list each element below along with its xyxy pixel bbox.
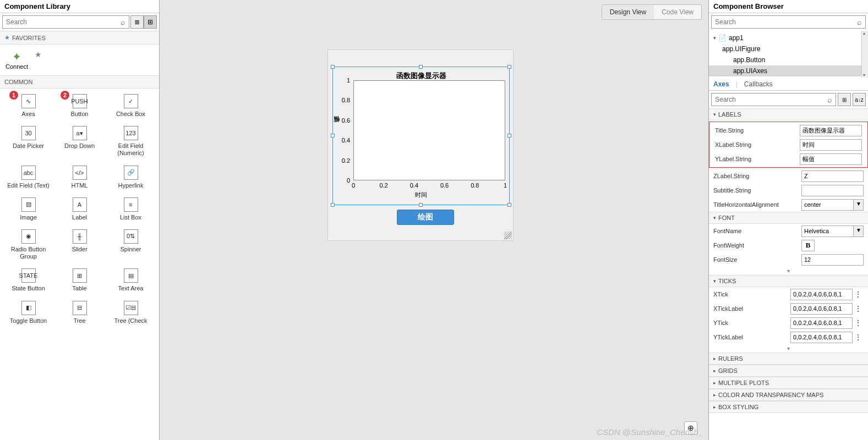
draw-button[interactable]: 绘图 [397,210,454,225]
more-icon[interactable]: ⋮ [853,290,864,299]
tree-node-app[interactable]: ▾📄app1 [709,32,868,43]
component-drop-down[interactable]: a▾Drop Down [54,126,105,157]
resize-handle[interactable] [507,134,511,138]
prop-zlabel-string[interactable] [801,170,864,182]
resize-handle[interactable] [419,203,423,207]
resize-handle[interactable] [419,65,423,69]
figure-resize-grip[interactable] [504,232,512,239]
component-label: List Box [120,214,141,221]
tab-callbacks[interactable]: Callbacks [744,80,773,90]
component-browser-panel: Component Browser ⌕ ▾📄app1 app.UIFigure … [708,0,868,440]
inspector-search[interactable]: ⌕ [711,93,836,106]
expand-more-icon[interactable]: ▾ [709,267,868,275]
inspector-search-input[interactable] [712,94,823,106]
prop-subtitle-string[interactable] [801,185,864,196]
search-icon[interactable]: ⌕ [823,94,836,106]
section-grids[interactable]: ▸GRIDS [709,365,868,377]
tab-code-view[interactable]: Code View [654,5,701,19]
component-icon: A [73,197,87,212]
component-hyperlink[interactable]: 🔗Hyperlink [105,166,156,189]
component-label: Drop Down [64,142,95,150]
dropdown-icon[interactable]: ▾ [854,226,864,237]
component-date-picker[interactable]: 30Date Picker [3,126,54,157]
component-label: Spinner [121,246,141,253]
search-icon[interactable]: ⌕ [853,16,865,28]
expand-more-icon[interactable]: ▾ [709,344,868,353]
prop-ytick[interactable] [790,317,853,329]
browser-search-input[interactable] [712,16,853,28]
prop-fontname[interactable] [801,226,854,237]
more-icon[interactable]: ⋮ [853,318,864,327]
favorite-connect[interactable]: ✦ Connect [6,50,28,70]
component-image[interactable]: ▧Image [3,197,54,221]
favorite-star-icon[interactable]: ★ [35,50,42,59]
component-button[interactable]: 2PUSHButton [54,94,105,118]
prop-title-string[interactable] [800,125,862,136]
component-icon: ⊞ [73,268,87,283]
component-icon: ⊟ [73,301,87,315]
resize-handle[interactable] [331,203,335,207]
section-box-styling[interactable]: ▸BOX STYLING [709,401,868,413]
section-multiple-plots[interactable]: ▸MULTIPLE PLOTS [709,377,868,389]
resize-handle[interactable] [331,65,335,69]
section-labels[interactable]: ▾LABELS [709,108,868,120]
tab-axes[interactable]: Axes [713,80,729,90]
component-list-box[interactable]: ≡List Box [105,197,156,221]
section-ticks[interactable]: ▾TICKS [709,275,868,287]
category-view-icon[interactable]: ⊞ [838,93,851,106]
component-label: Table [72,285,86,292]
prop-xtick[interactable] [790,289,853,300]
component-icon: ∿ [21,94,36,108]
component-icon: STATE [21,268,36,283]
component-label: Tree [73,317,85,324]
ytick-label: 0 [347,177,350,184]
dropdown-icon[interactable]: ▾ [854,199,864,211]
prop-xlabel-string[interactable] [800,139,862,151]
library-search-input[interactable] [3,16,117,28]
component-axes[interactable]: 1∿Axes [3,94,54,118]
component-spinner[interactable]: 0⇅Spinner [105,229,156,260]
component-tree[interactable]: ⊟Tree [54,301,105,324]
tree-node-uifigure[interactable]: app.UIFigure [709,43,868,54]
browser-search[interactable]: ⌕ [711,15,866,29]
section-font[interactable]: ▾FONT [709,212,868,224]
component-html[interactable]: </>HTML [54,166,105,189]
uifigure-canvas[interactable]: 函数图像显示器 幅值 00.20.40.60.8100.20.40.60.81 … [327,50,514,241]
component-label: Edit Field (Text) [7,182,49,189]
more-icon[interactable]: ⋮ [853,333,864,342]
section-color-transparency[interactable]: ▸COLOR AND TRANSPARENCY MAPS [709,389,868,401]
component-edit-field-text-[interactable]: abcEdit Field (Text) [3,166,54,189]
tree-node-button[interactable]: app.Button [709,54,868,65]
resize-handle[interactable] [331,134,335,138]
more-icon[interactable]: ⋮ [853,304,864,313]
component-label[interactable]: ALabel [54,197,105,221]
component-check-box[interactable]: ✓Check Box [105,94,156,118]
component-slider[interactable]: ╫Slider [54,229,105,260]
list-view-icon[interactable]: ≣ [130,15,144,29]
component-radio-button-group[interactable]: ◉Radio Button Group [3,229,54,260]
prop-title-halign[interactable] [801,199,854,211]
tab-design-view[interactable]: Design View [602,5,654,19]
resize-handle[interactable] [507,203,511,207]
prop-ylabel-string[interactable] [800,153,862,165]
component-edit-field-numeric-[interactable]: 123Edit Field (Numeric) [105,126,156,157]
sort-az-icon[interactable]: a↓z [853,93,866,106]
component-icon: a▾ [73,126,87,140]
component-table[interactable]: ⊞Table [54,268,105,292]
tree-scrollbar[interactable] [861,31,868,78]
prop-fontweight-bold[interactable]: B [801,240,815,251]
prop-xticklabel[interactable] [790,303,853,315]
prop-fontsize[interactable] [801,254,864,266]
search-icon[interactable]: ⌕ [117,16,129,28]
library-search[interactable]: ⌕ [2,15,129,29]
component-toggle-button[interactable]: ◧Toggle Button [3,301,54,324]
grid-view-icon[interactable]: ⊞ [144,15,157,29]
section-rulers[interactable]: ▸RULERS [709,353,868,365]
resize-handle[interactable] [507,65,511,69]
component-state-button[interactable]: STATEState Button [3,268,54,292]
component-text-area[interactable]: ▤Text Area [105,268,156,292]
ytick-label: 0.6 [342,117,350,124]
tree-node-uiaxes[interactable]: app.UIAxes [709,65,868,76]
prop-yticklabel[interactable] [790,332,853,343]
component-tree-check[interactable]: ☑⊟Tree (Check [105,301,156,324]
